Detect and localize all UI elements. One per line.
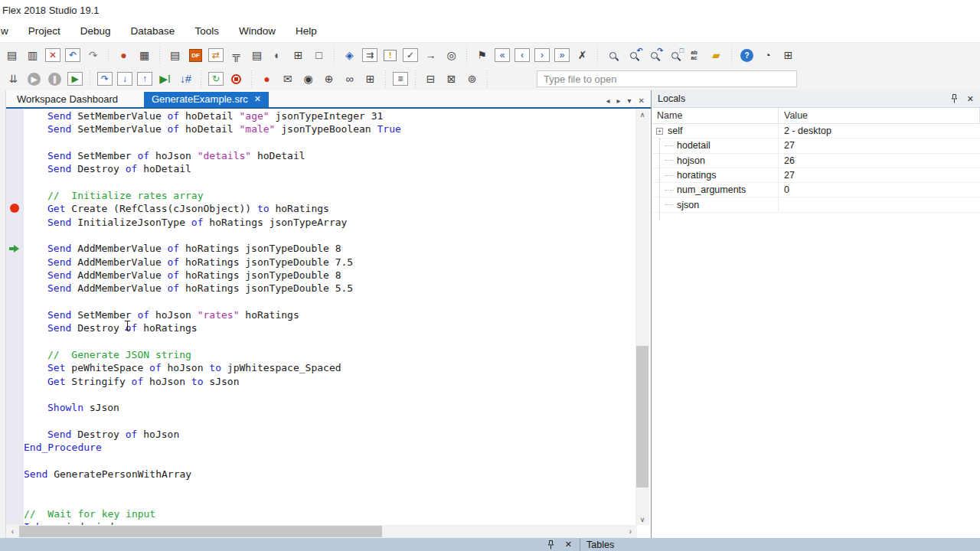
horizontal-scroll-thumb[interactable] (19, 526, 382, 537)
find-next-icon[interactable]: ↷ (644, 46, 665, 64)
locals-row-self[interactable]: +self2 - desktop (652, 124, 980, 139)
horizontal-scroll-track[interactable] (19, 525, 624, 538)
code-line[interactable] (24, 335, 635, 348)
locals-row-hojson[interactable]: hojson26 (652, 154, 980, 168)
org-chart-icon[interactable]: ╦ (226, 46, 247, 64)
code-line[interactable] (24, 388, 635, 401)
restart-icon[interactable]: ↻ (208, 72, 224, 86)
code-line[interactable]: Send Destroy of hoRatings (24, 321, 635, 334)
file-open-input[interactable] (537, 70, 797, 87)
vertical-scroll-thumb[interactable] (636, 346, 648, 487)
expand-icon[interactable]: + (656, 128, 663, 135)
run-to-cursor-icon[interactable]: ▶I (155, 70, 175, 88)
find-in-files-icon[interactable]: □ (665, 46, 685, 64)
tab-generateexample-src[interactable]: GenerateExample.src✕ (144, 92, 269, 107)
menu-item-project[interactable]: Project (18, 22, 70, 40)
pause-icon[interactable]: ∥ (44, 70, 65, 88)
editor-gutter[interactable] (6, 109, 24, 525)
tab-scroll-right-icon[interactable]: ▸ (617, 96, 621, 105)
pin-icon[interactable] (951, 94, 958, 103)
table-search-icon[interactable]: ⊞ (288, 46, 309, 64)
code-line[interactable]: Set peWhiteSpace of hoJson to jpWhitespa… (24, 361, 635, 374)
pin-icon[interactable] (547, 540, 554, 549)
scroll-left-icon[interactable]: ‹ (6, 525, 19, 538)
locals-row-sjson[interactable]: sjson (652, 197, 980, 212)
replace-icon[interactable]: ab ac (685, 46, 706, 64)
new-file-icon[interactable]: □ (309, 46, 329, 64)
code-line[interactable]: Send InitializeJsonType of hoRatings jso… (24, 216, 635, 229)
code-explorer-icon[interactable]: ∞ (339, 70, 360, 88)
code-line[interactable]: Send SetMemberValue of hoDetail "age" js… (24, 109, 635, 122)
code-editor[interactable]: Send SetMemberValue of hoDetail "age" js… (24, 109, 635, 525)
locals-row-num_arguments[interactable]: num_arguments0 (652, 183, 980, 197)
table-grid-icon[interactable]: ⊞ (360, 70, 381, 88)
horizontal-scrollbar[interactable]: ‹ › (6, 525, 637, 538)
run-program-icon[interactable]: → (420, 46, 441, 64)
undo-icon[interactable]: ↶ (65, 48, 80, 62)
warning-check-icon[interactable]: ! (380, 46, 400, 64)
code-line[interactable] (24, 176, 635, 189)
dataflex-icon[interactable]: DF (185, 46, 206, 64)
code-line[interactable]: Send AddMemberValue of hoRatings jsonTyp… (24, 269, 635, 282)
step-into-icon[interactable]: ↓ (117, 72, 132, 86)
copy-list-icon[interactable]: ▤ (165, 46, 185, 64)
locals-row-horatings[interactable]: horatings27 (652, 168, 980, 183)
menu-item-help[interactable]: Help (286, 22, 327, 40)
palette-icon[interactable]: ◐ (267, 46, 288, 64)
bookmark-prev-icon[interactable]: ‹ (514, 48, 530, 62)
find-prev-icon[interactable]: ↶ (623, 46, 644, 64)
find-icon[interactable] (603, 46, 623, 64)
tab-close-icon[interactable]: ✕ (639, 96, 645, 105)
tab-close-icon[interactable]: ✕ (254, 94, 261, 104)
delete-icon[interactable]: ✕ (45, 48, 60, 62)
scroll-up-icon[interactable]: ∧ (635, 109, 649, 120)
record-macro-icon[interactable]: ● (113, 46, 134, 64)
menu-item-window[interactable]: Window (229, 22, 286, 40)
bookmark-clear-icon[interactable]: ✗ (572, 46, 593, 64)
code-line[interactable]: Showln sJson (24, 401, 635, 414)
redo-icon[interactable]: ↷ (83, 46, 103, 64)
object-inspector-icon[interactable]: ◉ (298, 70, 318, 88)
tab-list-dropdown-icon[interactable]: ▾ (628, 96, 632, 105)
menu-item-tools[interactable]: Tools (185, 22, 229, 40)
code-line[interactable]: // Generate JSON string (24, 348, 635, 361)
mail-log-icon[interactable]: ✉ (277, 70, 298, 88)
db-table-icon[interactable]: ⊟ (420, 70, 441, 88)
open-folder-icon[interactable]: ▰ (706, 46, 727, 64)
form-list-icon[interactable]: ▤ (247, 46, 267, 64)
code-line[interactable] (24, 494, 635, 507)
forms-grid-icon[interactable]: ⊞ (778, 46, 799, 64)
history-icon[interactable]: ◔ (757, 46, 778, 64)
locals-row-hodetail[interactable]: hodetail27 (652, 139, 980, 153)
vertical-scrollbar[interactable]: ∧ ∨ (635, 109, 649, 525)
code-line[interactable] (24, 295, 635, 308)
code-line[interactable] (24, 136, 635, 149)
code-line[interactable] (24, 481, 635, 494)
code-line[interactable]: Send GeneratePersonWithArray (24, 468, 635, 481)
code-line[interactable]: Get Create (RefClass(cJsonObject)) to ho… (24, 202, 635, 215)
bookmark-next-icon[interactable]: › (534, 48, 550, 62)
tab-workspace-dashboard[interactable]: Workspace Dashboard (6, 92, 129, 107)
breakpoint-icon[interactable] (10, 204, 19, 213)
bookmark-add-icon[interactable]: ⚑ (472, 46, 492, 64)
code-line[interactable] (24, 455, 635, 468)
step-out-icon[interactable]: ↑ (137, 72, 152, 86)
web-db-icon[interactable]: ⊚ (462, 70, 482, 88)
web-inspector-icon[interactable]: ⊕ (318, 70, 339, 88)
code-line[interactable]: Send Destroy of hoDetail (24, 162, 635, 175)
bookmark-last-icon[interactable]: » (554, 48, 570, 62)
code-line[interactable] (24, 229, 635, 242)
help-icon[interactable]: ? (737, 46, 757, 64)
print-icon[interactable]: ▦ (134, 46, 155, 64)
switch-view-icon[interactable]: ⇄ (208, 48, 224, 62)
code-line[interactable]: Send SetMemberValue of hoDetail "male" j… (24, 122, 635, 135)
code-line[interactable]: Send AddMemberValue of hoRatings jsonTyp… (24, 242, 635, 255)
code-line[interactable]: Get Stringify of hoJson to sJson (24, 375, 635, 388)
code-list-icon[interactable]: ≡ (393, 72, 408, 86)
lock-icon[interactable]: ▥ (22, 46, 43, 64)
menu-item-view-partial[interactable]: w (0, 22, 18, 40)
set-next-statement-icon[interactable]: ↓# (175, 70, 196, 88)
step-run-icon[interactable]: ▶ (67, 72, 83, 86)
code-line[interactable]: Send SetMember of hoJson "details" hoDet… (24, 149, 635, 162)
scroll-right-icon[interactable]: › (624, 525, 637, 538)
